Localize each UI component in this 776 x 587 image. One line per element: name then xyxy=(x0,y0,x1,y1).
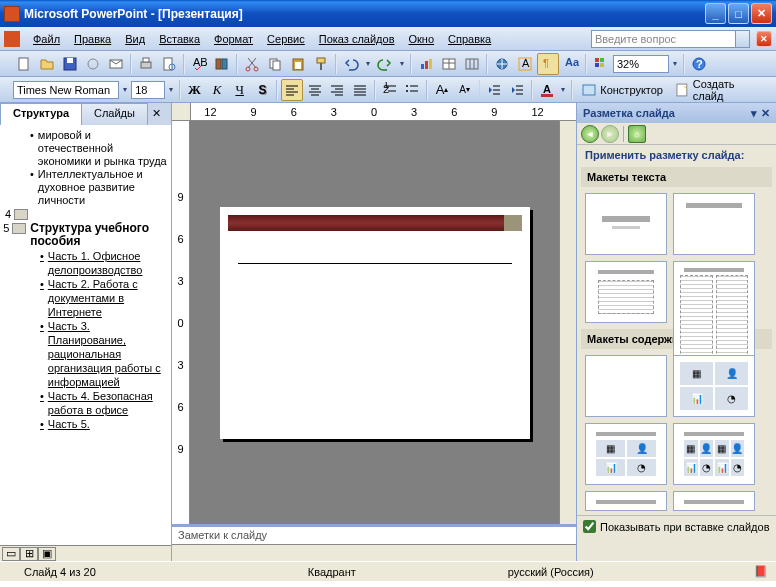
zoom-input[interactable]: 32% xyxy=(613,55,669,73)
cut-icon[interactable] xyxy=(241,53,263,75)
menu-slideshow[interactable]: Показ слайдов xyxy=(312,30,402,48)
ask-question-input[interactable]: Введите вопрос xyxy=(591,30,736,48)
outline-sub[interactable]: Часть 1. Офисное делопроизводство xyxy=(48,249,169,277)
align-center-icon[interactable] xyxy=(304,79,326,101)
decrease-indent-icon[interactable] xyxy=(483,79,505,101)
save-icon[interactable] xyxy=(59,53,81,75)
menu-help[interactable]: Справка xyxy=(441,30,498,48)
bullet-list-icon[interactable] xyxy=(402,79,424,101)
layout-title-content[interactable]: ▦👤📊◔ xyxy=(585,423,667,485)
outline-bullet[interactable]: мировой и отечественной экономики и рынк… xyxy=(38,129,169,168)
designer-button[interactable]: Конструктор xyxy=(576,79,668,101)
nav-forward-icon[interactable]: ► xyxy=(601,125,619,143)
maximize-button[interactable]: □ xyxy=(728,3,749,24)
horizontal-scrollbar[interactable] xyxy=(172,544,576,561)
menu-edit[interactable]: Правка xyxy=(67,30,118,48)
ask-dropdown[interactable] xyxy=(736,30,750,48)
layout-title-text[interactable] xyxy=(585,261,667,323)
shadow-icon[interactable]: S xyxy=(252,79,274,101)
open-icon[interactable] xyxy=(36,53,58,75)
outline-sub[interactable]: Часть 5. xyxy=(48,417,90,431)
font-color-dropdown[interactable]: ▾ xyxy=(558,85,568,94)
expand-icon[interactable]: A xyxy=(514,53,536,75)
doc-close-button[interactable]: ✕ xyxy=(756,31,772,47)
fontsize-input[interactable]: 18 xyxy=(131,81,165,99)
redo-icon[interactable] xyxy=(374,53,396,75)
grid-icon[interactable]: Aa xyxy=(560,53,582,75)
fontsize-dropdown[interactable]: ▾ xyxy=(166,85,176,94)
tab-slides[interactable]: Слайды xyxy=(81,103,148,125)
menu-format[interactable]: Формат xyxy=(207,30,260,48)
layout-partial-2[interactable] xyxy=(673,491,755,511)
minimize-button[interactable]: _ xyxy=(705,3,726,24)
slide-title[interactable]: Структура учебного пособия xyxy=(30,222,169,248)
status-spell-icon[interactable]: 📕 xyxy=(754,565,768,578)
current-slide[interactable] xyxy=(220,207,530,439)
layout-title[interactable] xyxy=(585,193,667,255)
numbered-list-icon[interactable]: 12 xyxy=(379,79,401,101)
menu-file[interactable]: Файл xyxy=(26,30,67,48)
font-color-icon[interactable]: A xyxy=(536,79,558,101)
menu-window[interactable]: Окно xyxy=(402,30,442,48)
hyperlink-icon[interactable] xyxy=(491,53,513,75)
layout-blank[interactable] xyxy=(585,355,667,417)
nav-home-icon[interactable]: ⌂ xyxy=(628,125,646,143)
ruler-vertical[interactable]: 9630369 xyxy=(172,121,190,524)
print-icon[interactable] xyxy=(135,53,157,75)
slide-icon[interactable] xyxy=(14,209,28,220)
outline-tree[interactable]: мировой и отечественной экономики и рынк… xyxy=(0,125,171,545)
layout-partial-1[interactable] xyxy=(585,491,667,511)
menu-view[interactable]: Вид xyxy=(118,30,152,48)
checkbox[interactable] xyxy=(583,520,596,533)
paste-icon[interactable] xyxy=(287,53,309,75)
close-panel-icon[interactable]: ✕ xyxy=(149,105,165,121)
zoom-dropdown[interactable]: ▾ xyxy=(670,59,680,68)
color-icon[interactable] xyxy=(590,53,612,75)
decrease-font-icon[interactable]: A▾ xyxy=(454,79,476,101)
new-slide-button[interactable]: Создать слайд xyxy=(669,79,772,101)
layout-two-content[interactable]: ▦👤📊◔▦👤📊◔ xyxy=(673,423,755,485)
bold-icon[interactable]: Ж xyxy=(184,79,206,101)
tables-borders-icon[interactable] xyxy=(461,53,483,75)
menu-tools[interactable]: Сервис xyxy=(260,30,312,48)
redo-dropdown[interactable]: ▾ xyxy=(397,59,407,68)
outline-sub[interactable]: Часть 2. Работа с документами в Интернет… xyxy=(48,277,169,319)
undo-dropdown[interactable]: ▾ xyxy=(363,59,373,68)
taskpane-dropdown-icon[interactable]: ▾ xyxy=(751,107,757,120)
spelling-icon[interactable]: ABC xyxy=(188,53,210,75)
chart-icon[interactable] xyxy=(415,53,437,75)
underline-icon[interactable]: Ч xyxy=(229,79,251,101)
format-painter-icon[interactable] xyxy=(310,53,332,75)
permission-icon[interactable] xyxy=(82,53,104,75)
italic-icon[interactable]: К xyxy=(206,79,228,101)
nav-back-icon[interactable]: ◄ xyxy=(581,125,599,143)
control-icon[interactable] xyxy=(4,31,20,47)
taskpane-close-icon[interactable]: ✕ xyxy=(761,107,770,120)
layout-content[interactable]: ▦👤📊◔ xyxy=(673,355,755,417)
font-input[interactable]: Times New Roman xyxy=(13,81,119,99)
sorter-view-icon[interactable]: ⊞ xyxy=(20,547,38,561)
research-icon[interactable] xyxy=(211,53,233,75)
outline-bullet[interactable]: Интеллектуальное и духовное развитие лич… xyxy=(38,168,169,207)
close-button[interactable]: ✕ xyxy=(751,3,772,24)
slide-workspace[interactable] xyxy=(190,121,559,524)
increase-font-icon[interactable]: A▴ xyxy=(431,79,453,101)
new-icon[interactable] xyxy=(13,53,35,75)
increase-indent-icon[interactable] xyxy=(506,79,528,101)
slide-icon[interactable] xyxy=(12,223,26,234)
show-on-insert-checkbox[interactable]: Показывать при вставке слайдов xyxy=(577,515,776,537)
outline-sub[interactable]: Часть 3. Планирование, рациональная орга… xyxy=(48,319,169,389)
show-format-icon[interactable]: ¶ xyxy=(537,53,559,75)
undo-icon[interactable] xyxy=(340,53,362,75)
align-right-icon[interactable] xyxy=(327,79,349,101)
outline-sub[interactable]: Часть 4. Безопасная работа в офисе xyxy=(48,389,169,417)
table-icon[interactable] xyxy=(438,53,460,75)
notes-pane[interactable]: Заметки к слайду xyxy=(172,524,576,544)
preview-icon[interactable] xyxy=(158,53,180,75)
font-dropdown[interactable]: ▾ xyxy=(120,85,130,94)
ruler-horizontal[interactable]: 12963036912 xyxy=(172,103,576,121)
align-left-icon[interactable] xyxy=(281,79,303,101)
copy-icon[interactable] xyxy=(264,53,286,75)
menu-insert[interactable]: Вставка xyxy=(152,30,207,48)
normal-view-icon[interactable]: ▭ xyxy=(2,547,20,561)
